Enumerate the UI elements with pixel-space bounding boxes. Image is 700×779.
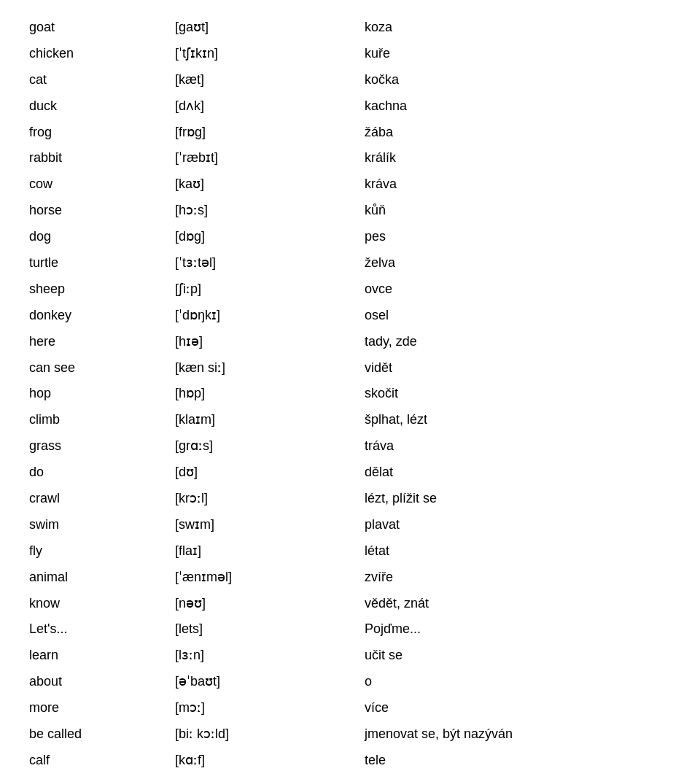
english-word: sheep bbox=[22, 276, 168, 303]
english-word: turtle bbox=[22, 250, 168, 276]
table-row: cat[kæt]kočka bbox=[22, 67, 678, 93]
table-row: here[hɪə]tady, zde bbox=[22, 329, 678, 355]
table-row: swim[swɪm]plavat bbox=[22, 512, 678, 538]
english-word: cat bbox=[22, 67, 168, 93]
phonetic-transcription: [grɑːs] bbox=[168, 433, 357, 460]
czech-translation: koza bbox=[357, 15, 678, 41]
english-word: dog bbox=[22, 224, 168, 250]
phonetic-transcription: [swɪm] bbox=[168, 512, 357, 538]
english-word: can see bbox=[22, 355, 168, 381]
table-row: chicken[ˈtʃɪkɪn]kuře bbox=[22, 41, 678, 67]
table-row: more[mɔː]více bbox=[22, 695, 678, 721]
table-row: learn[lɜːn]učit se bbox=[22, 643, 678, 669]
czech-translation: hříbě bbox=[357, 774, 678, 779]
english-word: chicken bbox=[22, 41, 168, 67]
phonetic-transcription: [ˈræbɪt] bbox=[168, 145, 357, 171]
phonetic-transcription: [dʊ] bbox=[168, 460, 357, 486]
english-word: hop bbox=[22, 381, 168, 407]
table-row: foal[fəʊl]hříbě bbox=[22, 774, 678, 779]
czech-translation: želva bbox=[357, 250, 678, 276]
table-row: hop[hɒp]skočit bbox=[22, 381, 678, 407]
english-word: more bbox=[22, 695, 168, 721]
table-row: animal[ˈænɪməl]zvíře bbox=[22, 565, 678, 591]
czech-translation: učit se bbox=[357, 643, 678, 669]
phonetic-transcription: [ˈdɒŋkɪ] bbox=[168, 303, 357, 329]
czech-translation: osel bbox=[357, 303, 678, 329]
czech-translation: létat bbox=[357, 538, 678, 565]
phonetic-transcription: [dʌk] bbox=[168, 93, 357, 120]
czech-translation: kočka bbox=[357, 67, 678, 93]
table-row: turtle[ˈtɜːtəl]želva bbox=[22, 250, 678, 276]
phonetic-transcription: [krɔːl] bbox=[168, 486, 357, 512]
table-row: dog[dɒg]pes bbox=[22, 224, 678, 250]
czech-translation: tele bbox=[357, 748, 678, 774]
czech-translation: ovce bbox=[357, 276, 678, 303]
czech-translation: více bbox=[357, 695, 678, 721]
czech-translation: šplhat, lézt bbox=[357, 407, 678, 433]
phonetic-transcription: [klaɪm] bbox=[168, 407, 357, 433]
phonetic-transcription: [kɑːf] bbox=[168, 748, 357, 774]
phonetic-transcription: [frɒg] bbox=[168, 120, 357, 146]
table-row: cow[kaʊ]kráva bbox=[22, 171, 678, 198]
czech-translation: zvíře bbox=[357, 565, 678, 591]
table-row: grass[grɑːs]tráva bbox=[22, 433, 678, 460]
table-row: calf[kɑːf]tele bbox=[22, 748, 678, 774]
phonetic-transcription: [fəʊl] bbox=[168, 774, 357, 779]
table-row: fly[flaɪ]létat bbox=[22, 538, 678, 565]
phonetic-transcription: [ˈtɜːtəl] bbox=[168, 250, 357, 276]
english-word: climb bbox=[22, 407, 168, 433]
english-word: fly bbox=[22, 538, 168, 565]
czech-translation: plavat bbox=[357, 512, 678, 538]
czech-translation: tráva bbox=[357, 433, 678, 460]
table-row: be called[biː kɔːld]jmenovat se, být naz… bbox=[22, 721, 678, 748]
table-row: about[əˈbaʊt]o bbox=[22, 669, 678, 695]
czech-translation: jmenovat se, být nazýván bbox=[357, 721, 678, 748]
table-row: rabbit[ˈræbɪt]králík bbox=[22, 145, 678, 171]
table-row: duck[dʌk]kachna bbox=[22, 93, 678, 120]
phonetic-transcription: [mɔː] bbox=[168, 695, 357, 721]
czech-translation: kuře bbox=[357, 41, 678, 67]
english-word: do bbox=[22, 460, 168, 486]
english-word: donkey bbox=[22, 303, 168, 329]
phonetic-transcription: [əˈbaʊt] bbox=[168, 669, 357, 695]
english-word: Let's... bbox=[22, 616, 168, 643]
english-word: about bbox=[22, 669, 168, 695]
czech-translation: kráva bbox=[357, 171, 678, 198]
czech-translation: vědět, znát bbox=[357, 591, 678, 617]
phonetic-transcription: [lets] bbox=[168, 616, 357, 643]
czech-translation: skočit bbox=[357, 381, 678, 407]
phonetic-transcription: [biː kɔːld] bbox=[168, 721, 357, 748]
phonetic-transcription: [ˈtʃɪkɪn] bbox=[168, 41, 357, 67]
czech-translation: o bbox=[357, 669, 678, 695]
czech-translation: Pojďme... bbox=[357, 616, 678, 643]
phonetic-transcription: [flaɪ] bbox=[168, 538, 357, 565]
english-word: know bbox=[22, 591, 168, 617]
english-word: duck bbox=[22, 93, 168, 120]
table-row: donkey[ˈdɒŋkɪ]osel bbox=[22, 303, 678, 329]
phonetic-transcription: [nəʊ] bbox=[168, 591, 357, 617]
english-word: animal bbox=[22, 565, 168, 591]
table-row: climb[klaɪm]šplhat, lézt bbox=[22, 407, 678, 433]
english-word: grass bbox=[22, 433, 168, 460]
phonetic-transcription: [lɜːn] bbox=[168, 643, 357, 669]
czech-translation: lézt, plížit se bbox=[357, 486, 678, 512]
phonetic-transcription: [hɪə] bbox=[168, 329, 357, 355]
english-word: frog bbox=[22, 120, 168, 146]
english-word: swim bbox=[22, 512, 168, 538]
table-row: Let's...[lets]Pojďme... bbox=[22, 616, 678, 643]
czech-translation: kůň bbox=[357, 198, 678, 224]
phonetic-transcription: [kæn siː] bbox=[168, 355, 357, 381]
table-row: sheep[ʃiːp]ovce bbox=[22, 276, 678, 303]
english-word: foal bbox=[22, 774, 168, 779]
czech-translation: dělat bbox=[357, 460, 678, 486]
english-word: cow bbox=[22, 171, 168, 198]
table-row: goat[gaʊt]koza bbox=[22, 15, 678, 41]
table-row: know[nəʊ]vědět, znát bbox=[22, 591, 678, 617]
table-row: can see[kæn siː]vidět bbox=[22, 355, 678, 381]
english-word: horse bbox=[22, 198, 168, 224]
phonetic-transcription: [hɒp] bbox=[168, 381, 357, 407]
czech-translation: vidět bbox=[357, 355, 678, 381]
czech-translation: tady, zde bbox=[357, 329, 678, 355]
english-word: crawl bbox=[22, 486, 168, 512]
phonetic-transcription: [hɔːs] bbox=[168, 198, 357, 224]
